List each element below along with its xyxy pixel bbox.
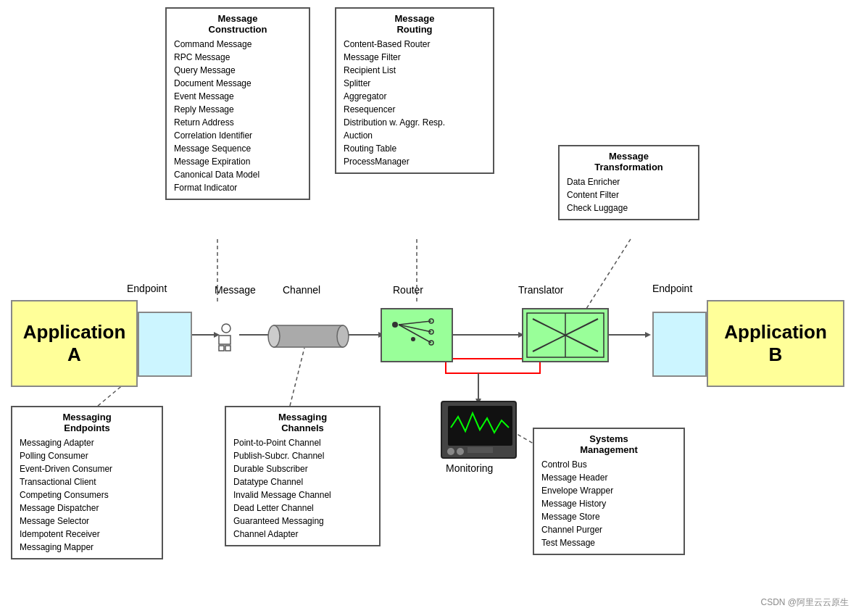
systems-management-box: Systems Management Control BusMessage He… xyxy=(533,428,685,555)
message-label: Message xyxy=(215,284,256,296)
list-item: Envelope Wrapper xyxy=(541,484,676,497)
svg-point-35 xyxy=(411,337,415,341)
message-svg xyxy=(217,322,243,353)
channel-label: Channel xyxy=(283,284,320,296)
svg-point-27 xyxy=(337,325,349,347)
messaging-channels-title: Messaging Channels xyxy=(233,412,372,433)
message-routing-box: Message Routing Content-Based RouterMess… xyxy=(335,7,494,174)
list-item: Message Selector xyxy=(20,515,154,528)
list-item: Routing Table xyxy=(344,142,486,155)
translator-svg xyxy=(525,312,605,359)
list-item: RPC Message xyxy=(174,51,302,64)
list-item: Message Dispatcher xyxy=(20,501,154,515)
messaging-channels-items: Point-to-Point ChannelPublish-Subcr. Cha… xyxy=(233,436,372,541)
svg-point-26 xyxy=(268,325,280,347)
list-item: Auction xyxy=(344,129,486,142)
app-a-box: Application A xyxy=(11,300,138,387)
list-item: Canonical Data Model xyxy=(174,168,302,181)
list-item: Transactional Client xyxy=(20,475,154,488)
list-item: Query Message xyxy=(174,64,302,77)
list-item: Invalid Message Channel xyxy=(233,488,372,501)
list-item: Format Indicator xyxy=(174,181,302,194)
app-a-endpoint xyxy=(138,312,192,377)
app-a-label: Application A xyxy=(23,321,126,366)
list-item: Guaranteed Messaging xyxy=(233,515,372,528)
svg-point-28 xyxy=(392,322,398,328)
svg-line-29 xyxy=(399,321,431,325)
list-item: Messaging Mapper xyxy=(20,541,154,554)
message-construction-box: Message Construction Command MessageRPC … xyxy=(165,7,310,200)
list-item: Point-to-Point Channel xyxy=(233,436,372,449)
diagram-container: Message Construction Command MessageRPC … xyxy=(0,0,856,616)
endpoint-left-label: Endpoint xyxy=(127,283,167,294)
router-svg xyxy=(384,314,449,357)
endpoint-right-label: Endpoint xyxy=(652,283,692,294)
list-item: Content-Based Router xyxy=(344,38,486,51)
list-item: Competing Consumers xyxy=(20,488,154,501)
list-item: Event Message xyxy=(174,90,302,103)
watermark: CSDN @阿里云云原生 xyxy=(760,596,849,609)
svg-point-21 xyxy=(222,324,230,333)
svg-line-2 xyxy=(580,239,631,319)
list-item: Distribution w. Aggr. Resp. xyxy=(344,116,486,129)
list-item: Command Message xyxy=(174,38,302,51)
message-transformation-title: Message Transformation xyxy=(567,151,691,172)
message-routing-items: Content-Based RouterMessage FilterRecipi… xyxy=(344,38,486,168)
list-item: Idempotent Receiver xyxy=(20,528,154,541)
translator-label: Translator xyxy=(518,284,564,296)
monitoring-svg xyxy=(442,402,518,460)
router-label: Router xyxy=(393,284,423,296)
messaging-channels-box: Messaging Channels Point-to-Point Channe… xyxy=(225,406,381,546)
svg-rect-40 xyxy=(448,406,512,446)
list-item: Message Expiration xyxy=(174,155,302,168)
list-item: Publish-Subcr. Channel xyxy=(233,449,372,462)
list-item: Data Enricher xyxy=(567,175,691,188)
systems-management-items: Control BusMessage HeaderEnvelope Wrappe… xyxy=(541,458,676,549)
list-item: Check Luggage xyxy=(567,201,691,215)
monitoring-label: Monitoring xyxy=(446,462,493,474)
messaging-endpoints-title: Messaging Endpoints xyxy=(20,412,154,433)
list-item: Aggregator xyxy=(344,90,486,103)
svg-rect-24 xyxy=(225,346,230,351)
list-item: Document Message xyxy=(174,77,302,90)
channel-svg xyxy=(267,322,350,351)
messaging-endpoints-box: Messaging Endpoints Messaging AdapterPol… xyxy=(11,406,163,559)
list-item: Message Header xyxy=(541,471,676,484)
channel-shape xyxy=(267,322,350,353)
list-item: Channel Purger xyxy=(541,523,676,536)
list-item: Resequencer xyxy=(344,103,486,116)
list-item: Polling Consumer xyxy=(20,449,154,462)
list-item: Channel Adapter xyxy=(233,528,372,541)
list-item: Message Store xyxy=(541,510,676,523)
app-b-endpoint xyxy=(652,312,707,377)
list-item: Message Sequence xyxy=(174,142,302,155)
app-b-box: Application B xyxy=(707,300,844,387)
list-item: Message History xyxy=(541,497,676,510)
list-item: ProcessManager xyxy=(344,155,486,168)
svg-line-4 xyxy=(290,348,304,406)
list-item: Control Bus xyxy=(541,458,676,471)
list-item: Message Filter xyxy=(344,51,486,64)
svg-point-41 xyxy=(447,448,454,455)
list-item: Datatype Channel xyxy=(233,475,372,488)
svg-rect-43 xyxy=(468,447,493,453)
app-b-label: Application B xyxy=(724,321,827,366)
svg-marker-15 xyxy=(645,332,651,338)
router-box xyxy=(381,308,453,362)
list-item: Durable Subscriber xyxy=(233,462,372,475)
message-construction-items: Command MessageRPC MessageQuery MessageD… xyxy=(174,38,302,194)
list-item: Reply Message xyxy=(174,103,302,116)
svg-rect-22 xyxy=(219,336,230,344)
systems-management-title: Systems Management xyxy=(541,433,676,455)
message-icon xyxy=(217,322,243,355)
messaging-endpoints-items: Messaging AdapterPolling ConsumerEvent-D… xyxy=(20,436,154,554)
list-item: Return Address xyxy=(174,116,302,129)
monitoring-box xyxy=(441,401,517,459)
message-construction-title: Message Construction xyxy=(174,13,302,35)
message-routing-title: Message Routing xyxy=(344,13,486,35)
list-item: Splitter xyxy=(344,77,486,90)
svg-line-30 xyxy=(399,325,431,332)
list-item: Test Message xyxy=(541,536,676,549)
message-transformation-items: Data EnricherContent FilterCheck Luggage xyxy=(567,175,691,215)
list-item: Recipient List xyxy=(344,64,486,77)
